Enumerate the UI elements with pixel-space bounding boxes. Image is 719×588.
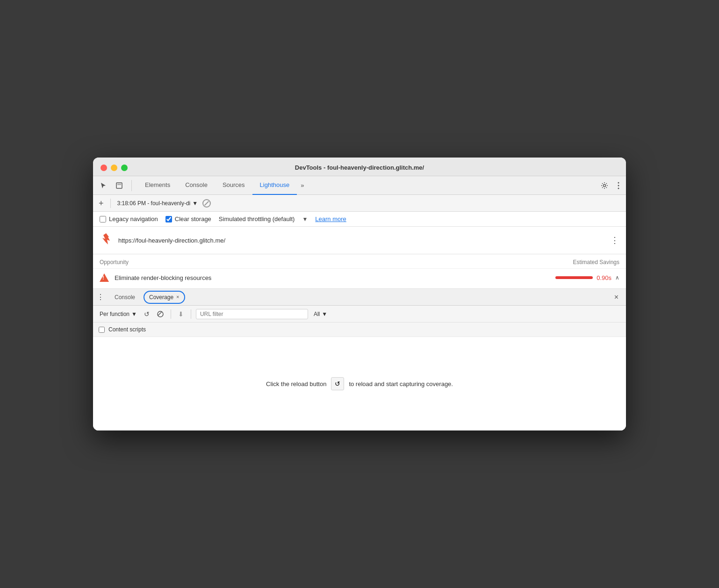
opportunity-header: Opportunity Estimated Savings xyxy=(93,254,626,268)
clear-coverage-icon[interactable] xyxy=(155,309,166,319)
cursor-icon[interactable] xyxy=(97,180,110,191)
lighthouse-section: https://foul-heavenly-direction.glitch.m… xyxy=(93,227,626,254)
reload-message-post: to reload and start capturing coverage. xyxy=(349,380,453,387)
url-dropdown[interactable]: 3:18:06 PM - foul-heavenly-di ▼ xyxy=(117,200,198,207)
opportunity-bar xyxy=(555,276,593,279)
download-coverage-icon[interactable]: ⬇ xyxy=(176,309,186,319)
throttling-label: Simulated throttling (default) xyxy=(219,215,295,222)
per-function-dropdown-icon: ▼ xyxy=(131,311,137,317)
legacy-navigation-checkbox[interactable]: Legacy navigation xyxy=(100,215,158,222)
tab-bar-icons xyxy=(97,180,132,191)
toolbar-separator-2 xyxy=(191,309,191,319)
opportunity-label: Opportunity xyxy=(100,259,129,265)
estimated-savings-label: Estimated Savings xyxy=(573,259,619,265)
reload-inline-icon: ↺ xyxy=(335,380,340,387)
coverage-toolbar: Per function ▼ ↺ ⬇ All ▼ xyxy=(93,306,626,323)
all-dropdown-button[interactable]: All ▼ xyxy=(311,310,330,318)
lighthouse-icon xyxy=(100,232,113,248)
more-options-icon[interactable] xyxy=(615,180,622,191)
maximize-button[interactable] xyxy=(121,165,128,171)
legacy-nav-label: Legacy navigation xyxy=(109,215,158,222)
devtools-body: Elements Console Sources Lighthouse » xyxy=(93,176,626,430)
reload-coverage-icon[interactable]: ↺ xyxy=(142,309,152,319)
coverage-tab-close-icon[interactable]: × xyxy=(176,294,179,300)
legacy-nav-input[interactable] xyxy=(100,216,106,222)
svg-point-4 xyxy=(618,185,619,186)
coverage-tab-bar: ⋮ Console Coverage × × xyxy=(93,289,626,306)
lh-url-row: https://foul-heavenly-direction.glitch.m… xyxy=(100,232,619,248)
panel-more-icon[interactable]: ⋮ xyxy=(97,293,104,301)
title-bar: DevTools - foul-heavenly-direction.glitc… xyxy=(93,158,626,176)
tab-console[interactable]: Console xyxy=(178,176,215,195)
coverage-tab-label: Coverage xyxy=(149,294,173,301)
tab-list: Elements Console Sources Lighthouse » xyxy=(137,176,598,195)
block-requests-icon[interactable] xyxy=(202,199,211,208)
per-function-button[interactable]: Per function ▼ xyxy=(98,310,139,318)
clear-storage-checkbox[interactable]: Clear storage xyxy=(165,215,211,222)
learn-more-link[interactable]: Learn more xyxy=(315,215,346,222)
reload-message: Click the reload button ↺ to reload and … xyxy=(266,377,453,390)
svg-point-3 xyxy=(618,182,619,183)
warning-triangle-icon xyxy=(100,273,109,282)
main-tab-bar: Elements Console Sources Lighthouse » xyxy=(93,176,626,195)
toolbar-separator xyxy=(171,309,171,319)
content-scripts-row: Content scripts xyxy=(93,323,626,337)
opportunity-bar-container: 0.90s ∧ xyxy=(555,274,619,281)
svg-point-7 xyxy=(158,311,163,317)
add-button[interactable]: + xyxy=(99,199,104,208)
throttling-dropdown-icon[interactable]: ▼ xyxy=(302,216,308,222)
opportunity-section: Opportunity Estimated Savings Eliminate … xyxy=(93,254,626,289)
window-title: DevTools - foul-heavenly-direction.glitc… xyxy=(295,164,424,171)
traffic-lights xyxy=(101,165,128,171)
settings-icon[interactable] xyxy=(598,180,611,191)
svg-rect-0 xyxy=(116,183,122,188)
svg-marker-6 xyxy=(102,233,110,244)
opportunity-chevron-icon[interactable]: ∧ xyxy=(615,274,619,281)
devtools-window: DevTools - foul-heavenly-direction.glitc… xyxy=(93,158,626,430)
tab-coverage[interactable]: Coverage × xyxy=(144,291,185,304)
lighthouse-more-icon[interactable]: ⋮ xyxy=(611,235,619,245)
minimize-button[interactable] xyxy=(111,165,117,171)
tab-console-panel[interactable]: Console xyxy=(108,289,142,306)
svg-rect-1 xyxy=(117,184,121,185)
dropdown-icon: ▼ xyxy=(192,200,198,207)
all-label: All xyxy=(314,311,320,317)
opportunity-row: Eliminate render-blocking resources 0.90… xyxy=(93,268,626,288)
opportunity-savings: 0.90s xyxy=(597,274,611,281)
tab-lighthouse[interactable]: Lighthouse xyxy=(252,176,297,195)
all-dropdown-icon: ▼ xyxy=(322,311,327,317)
reload-inline-button[interactable]: ↺ xyxy=(331,377,344,390)
secondary-bar: + 3:18:06 PM - foul-heavenly-di ▼ xyxy=(93,195,626,212)
inspect-icon[interactable] xyxy=(113,180,126,191)
separator xyxy=(110,199,111,208)
opportunity-title: Eliminate render-blocking resources xyxy=(115,274,550,281)
coverage-main-area: Click the reload button ↺ to reload and … xyxy=(93,337,626,430)
close-button[interactable] xyxy=(101,165,107,171)
url-text: 3:18:06 PM - foul-heavenly-di xyxy=(117,200,191,207)
svg-point-5 xyxy=(618,187,619,189)
url-bar: 3:18:06 PM - foul-heavenly-di ▼ xyxy=(117,200,198,207)
content-scripts-checkbox[interactable] xyxy=(99,327,105,333)
content-scripts-label: Content scripts xyxy=(108,326,146,333)
tab-more-button[interactable]: » xyxy=(297,182,308,189)
clear-storage-label: Clear storage xyxy=(175,215,211,222)
clear-storage-input[interactable] xyxy=(165,216,172,222)
panel-close-icon[interactable]: × xyxy=(611,293,622,301)
options-bar: Legacy navigation Clear storage Simulate… xyxy=(93,212,626,227)
lighthouse-url: https://foul-heavenly-direction.glitch.m… xyxy=(118,237,605,244)
tab-elements[interactable]: Elements xyxy=(137,176,178,195)
url-filter-input[interactable] xyxy=(196,309,308,319)
svg-point-2 xyxy=(604,184,606,186)
per-function-label: Per function xyxy=(100,311,129,317)
tab-bar-right xyxy=(598,180,622,191)
tab-sources[interactable]: Sources xyxy=(215,176,252,195)
reload-message-pre: Click the reload button xyxy=(266,380,326,387)
